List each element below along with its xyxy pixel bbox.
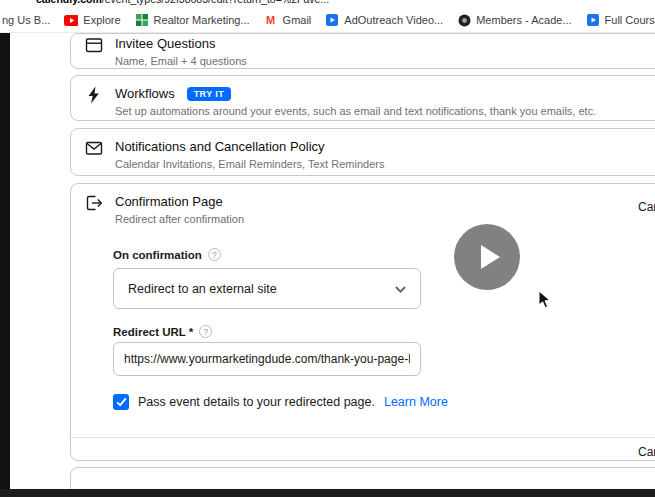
members-icon — [457, 13, 471, 27]
bookmarks-bar: ng Us B... Explore Realtor Marketing... … — [0, 8, 655, 33]
section-subtitle: Set up automations around your events, s… — [115, 105, 596, 117]
bookmark-item[interactable]: Explore — [64, 13, 120, 27]
bookmark-label: Explore — [83, 14, 120, 26]
pass-details-checkbox[interactable] — [113, 394, 129, 410]
bottom-letterbox — [0, 489, 655, 497]
mouse-cursor — [538, 290, 551, 309]
section-title: Invitee Questions — [115, 36, 247, 51]
url-domain: calendly.com — [36, 0, 102, 5]
section-title: Workflows — [115, 86, 175, 101]
section-title: Confirmation Page — [115, 194, 244, 209]
cancel-button[interactable]: Cancel — [638, 445, 655, 459]
address-bar[interactable]: calendly.com/event_types/92f38603/edit?r… — [0, 0, 655, 8]
on-confirmation-label: On confirmation — [113, 249, 202, 261]
bookmark-label: AdOutreach Video... — [344, 14, 443, 26]
bookmark-item[interactable]: Members - Acade... — [457, 13, 571, 27]
on-confirmation-select[interactable]: Redirect to an external site — [113, 268, 421, 309]
learn-more-link[interactable]: Learn More — [384, 395, 448, 409]
bookmark-item[interactable]: Realtor Marketing... — [135, 13, 250, 27]
lightning-icon — [84, 85, 104, 105]
section-notifications[interactable]: Notifications and Cancellation Policy Ca… — [70, 128, 655, 176]
section-subtitle: Redirect after confirmation — [115, 213, 244, 225]
play-icon — [481, 245, 500, 269]
section-subtitle: Name, Email + 4 questions — [115, 55, 247, 67]
video-play-button[interactable] — [454, 224, 520, 290]
form-icon — [84, 35, 104, 55]
pass-details-label: Pass event details to your redirected pa… — [138, 395, 375, 409]
section-workflows[interactable]: Workflows TRY IT Set up automations arou… — [70, 75, 655, 121]
bookmark-item[interactable]: AdOutreach Video... — [325, 13, 443, 27]
bookmark-label: Full Course Video... — [605, 14, 655, 26]
section-title: Notifications and Cancellation Policy — [115, 139, 384, 154]
help-icon[interactable]: ? — [208, 248, 221, 261]
try-it-badge[interactable]: TRY IT — [187, 87, 231, 101]
help-icon[interactable]: ? — [199, 325, 212, 338]
redirect-url-input[interactable] — [113, 342, 421, 376]
bookmark-item[interactable]: ng Us B... — [2, 14, 50, 26]
bookmark-label: Realtor Marketing... — [154, 14, 250, 26]
url-path: /event_types/92f38603/edit?return_to=%2F… — [102, 0, 329, 5]
bookmark-label: Members - Acade... — [476, 14, 571, 26]
youtube-icon — [64, 13, 78, 27]
grid-icon — [135, 13, 149, 27]
chevron-down-icon — [395, 282, 406, 296]
section-confirmation-page: Confirmation Page Redirect after confirm… — [70, 183, 655, 461]
redirect-icon — [84, 193, 104, 213]
bookmark-label: Gmail — [283, 14, 312, 26]
left-letterbox — [0, 33, 10, 497]
bookmark-item[interactable]: Full Course Video... — [586, 13, 655, 27]
section-invitee-questions[interactable]: Invitee Questions Name, Email + 4 questi… — [70, 33, 655, 69]
gmail-icon: M — [264, 13, 278, 27]
select-value: Redirect to an external site — [128, 282, 277, 296]
video-icon — [325, 13, 339, 27]
divider — [71, 437, 655, 438]
envelope-icon — [84, 138, 104, 158]
redirect-url-label: Redirect URL * — [113, 326, 193, 338]
video-icon — [586, 13, 600, 27]
bookmark-label: ng Us B... — [2, 14, 50, 26]
bookmark-item[interactable]: M Gmail — [264, 13, 312, 27]
section-subtitle: Calendar Invitations, Email Reminders, T… — [115, 158, 384, 170]
browser-window: calendly.com/event_types/92f38603/edit?r… — [0, 0, 655, 497]
page-url: calendly.com/event_types/92f38603/edit?r… — [0, 0, 655, 5]
cancel-button[interactable]: Cancel — [638, 200, 655, 214]
